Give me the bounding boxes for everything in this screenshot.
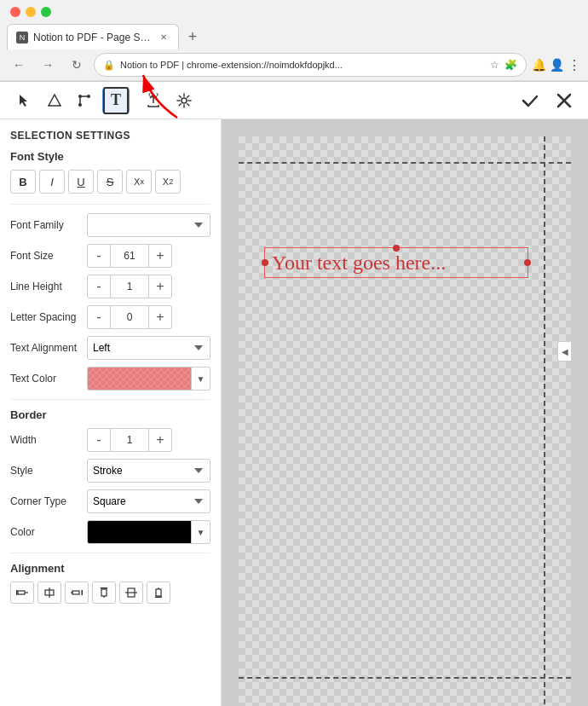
font-size-increment[interactable]: + [148,244,172,268]
nav-bar: ← → ↻ 🔒 Notion to PDF | chrome-extension… [0,49,588,81]
text-color-row: Text Color ▼ [10,367,210,391]
canvas-text-element[interactable]: Your text goes here... [264,247,528,278]
text-alignment-row: Text Alignment Left Center Right Justify [10,336,210,360]
tab-bar: N Notion to PDF - Page Settings ✕ + [0,24,588,49]
ext-icon-2[interactable]: 👤 [550,58,564,72]
forward-button[interactable]: → [36,53,60,77]
line-height-value: 1 [111,275,148,298]
line-height-row: Line Height - 1 + [10,275,210,298]
align-left-button[interactable] [10,582,34,604]
handle-right[interactable] [524,259,531,266]
text-color-label: Text Color [10,373,87,385]
upload-tool-button[interactable] [140,87,167,114]
path-tool-button[interactable] [72,87,99,114]
upload-icon [146,93,161,108]
close-button[interactable] [10,7,20,17]
browser-chrome: N Notion to PDF - Page Settings ✕ + ← → … [0,0,588,82]
border-width-increment[interactable]: + [148,428,172,452]
toolbar-right [516,87,578,114]
text-color-swatch[interactable] [87,367,192,391]
page-right-border [544,136,545,706]
confirm-button[interactable] [516,87,544,114]
canvas-text-content: Your text goes here... [272,252,446,275]
corner-type-row: Corner Type Square Rounded Circle [10,489,210,513]
menu-icon[interactable]: ⋮ [568,57,581,73]
url-bar[interactable]: 🔒 Notion to PDF | chrome-extension://noi… [94,53,527,77]
minimize-button[interactable] [26,7,36,17]
maximize-button[interactable] [41,7,51,17]
bold-button[interactable]: B [10,170,36,194]
border-color-dropdown[interactable]: ▼ [192,520,210,544]
svg-rect-6 [16,590,18,595]
border-width-value: 1 [111,428,148,452]
text-alignment-select[interactable]: Left Center Right Justify [87,336,210,360]
subscript-button[interactable]: Xx [126,170,152,194]
section-title: SELECTION SETTINGS [10,130,210,142]
border-width-control: - 1 + [87,428,210,452]
svg-rect-20 [156,589,161,596]
border-section-title: Border [10,408,210,421]
select-tool-button[interactable] [10,87,37,114]
letter-spacing-decrement[interactable]: - [87,305,111,329]
line-height-increment[interactable]: + [148,275,172,298]
font-style-row: B I U S Xx X2 [10,170,210,194]
shape-tool-button[interactable] [41,87,68,114]
border-width-decrement[interactable]: - [87,428,111,452]
close-button[interactable] [551,87,578,114]
active-tab[interactable]: N Notion to PDF - Page Settings ✕ [7,24,179,49]
settings-icon [176,93,192,108]
border-style-row: Style Stroke Dashed Dotted None [10,459,210,483]
letter-spacing-increment[interactable]: + [148,305,172,329]
new-tab-button[interactable]: + [182,26,203,47]
border-color-label: Color [10,526,87,538]
svg-rect-19 [155,597,162,599]
line-height-control: - 1 + [87,275,210,298]
handle-left[interactable] [262,259,268,266]
align-middle-button[interactable] [119,582,143,604]
superscript-button[interactable]: X2 [155,170,181,194]
corner-type-select[interactable]: Square Rounded Circle [87,489,210,513]
align-center-h-button[interactable] [37,582,61,604]
extension-icons: 🔔 👤 ⋮ [532,57,581,73]
main-layout: SELECTION SETTINGS Font Style B I U S Xx… [0,119,588,706]
alignment-buttons-row [10,582,210,604]
tab-title: Notion to PDF - Page Settings [33,32,153,43]
strikethrough-button[interactable]: S [97,170,123,194]
border-width-row: Width - 1 + [10,428,210,452]
text-alignment-label: Text Alignment [10,342,87,354]
tab-close-button[interactable]: ✕ [158,32,170,43]
font-size-control: - 61 + [87,244,210,268]
border-style-control: Stroke Dashed Dotted None [87,459,210,483]
border-style-select[interactable]: Stroke Dashed Dotted None [87,459,210,483]
ext-icon-1[interactable]: 🔔 [532,58,546,72]
bookmark-icon[interactable]: ☆ [490,59,499,71]
cursor-icon [16,93,32,108]
handle-top[interactable] [393,245,400,252]
border-color-swatch[interactable] [87,520,192,544]
font-size-decrement[interactable]: - [87,244,111,268]
collapse-panel-button[interactable]: ◀ [557,341,571,362]
font-family-select[interactable]: Arial Times New Roman Helvetica Georgia [87,213,210,237]
reload-button[interactable]: ↻ [65,53,89,77]
page-bottom-border [239,677,571,679]
extension-icon[interactable]: 🧩 [504,59,517,71]
align-bottom-button[interactable] [147,582,170,604]
align-top-button[interactable] [92,582,116,604]
back-button[interactable]: ← [7,53,31,77]
font-size-row: Font Size - 61 + [10,244,210,268]
corner-type-label: Corner Type [10,495,87,507]
text-color-dropdown[interactable]: ▼ [192,367,210,391]
divider-1 [10,204,210,205]
divider-2 [10,399,210,400]
align-right-button[interactable] [65,582,89,604]
settings-tool-button[interactable] [170,87,198,114]
url-text: Notion to PDF | chrome-extension://noimd… [120,60,485,70]
italic-button[interactable]: I [39,170,65,194]
underline-button[interactable]: U [68,170,94,194]
lock-icon: 🔒 [103,60,115,71]
traffic-lights [10,7,51,17]
url-icons: ☆ 🧩 [490,59,517,71]
text-color-control: ▼ [87,367,210,391]
text-tool-button[interactable]: T [102,87,130,114]
line-height-decrement[interactable]: - [87,275,111,298]
